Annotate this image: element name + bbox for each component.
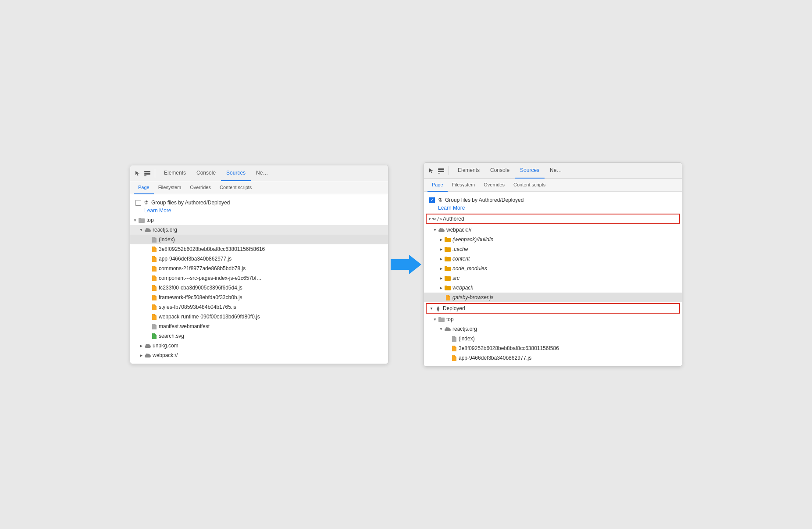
svg-rect-6 [438, 173, 440, 174]
deployed-section-header[interactable]: ▼ ⧫ Deployed [426, 303, 680, 314]
right-subtab-filesystem[interactable]: Filesystem [448, 179, 480, 192]
tree-label-manifest: manifest.webmanifest [159, 323, 210, 329]
right-panel-content: ⚗ Group files by Authored/Deployed Learn… [424, 192, 682, 366]
deployed-label: Deployed [443, 305, 465, 311]
tree-item-file-7[interactable]: styles-fb708593b484b04b1765.js [130, 302, 388, 312]
tree-item-unpkg[interactable]: unpkg.com [130, 341, 388, 350]
tree-item-index[interactable]: (index) [130, 235, 388, 244]
right-tab-more[interactable]: Ne… [545, 163, 567, 179]
subtab-filesystem[interactable]: Filesystem [154, 181, 186, 194]
arrow-src [438, 275, 444, 281]
blue-arrow [391, 255, 421, 274]
right-group-files-label: Group files by Authored/Deployed [445, 197, 524, 203]
tree-item-file-8[interactable]: webpack-runtime-090f00ed13bd69fd80f0.js [130, 312, 388, 322]
file-green-icon-svg [150, 332, 157, 340]
arrow-deployed: ▼ [428, 307, 434, 311]
right-tree-reactjs[interactable]: reactjs.org [424, 324, 682, 334]
tree-item-svg[interactable]: search.svg [130, 331, 388, 341]
cloud-icon-webpack-left [144, 352, 151, 359]
right-tab-sources[interactable]: Sources [515, 163, 545, 179]
svg-rect-1 [144, 173, 150, 175]
tree-item-file-2[interactable]: app-9466def3ba340b862977.js [130, 254, 388, 264]
right-tab-elements[interactable]: Elements [452, 163, 485, 179]
tree-label-index: (index) [159, 236, 175, 243]
tab-sources[interactable]: Sources [221, 165, 251, 181]
group-files-checkbox[interactable] [135, 200, 141, 206]
arrow-top [132, 217, 138, 223]
tree-item-buildin[interactable]: (webpack)/buildin [424, 235, 682, 244]
subtab-page[interactable]: Page [134, 181, 154, 194]
right-subtab-page[interactable]: Page [427, 179, 448, 192]
tree-item-content[interactable]: content [424, 254, 682, 264]
subtab-content-scripts[interactable]: Content scripts [215, 181, 256, 194]
tree-item-file-1[interactable]: 3e8f09252b6028beb8baf8cc63801156f58616 [130, 244, 388, 254]
tree-label-svg: search.svg [159, 333, 184, 339]
right-tree-top[interactable]: top [424, 315, 682, 324]
right-tree-index[interactable]: (index) [424, 334, 682, 343]
tree-item-top[interactable]: top [130, 215, 388, 225]
tree-item-cache[interactable]: .cache [424, 244, 682, 254]
cursor-icon[interactable] [134, 169, 142, 177]
right-devtools-panel: Elements Console Sources Ne… Page Filesy… [424, 162, 682, 367]
tree-item-file-3[interactable]: commons-21f8977ade868b5bdb78.js [130, 264, 388, 273]
tree-item-gatsby[interactable]: gatsby-browser.js [424, 293, 682, 302]
tree-label-file-2: app-9466def3ba340b862977.js [159, 256, 231, 262]
left-devtools-panel: Elements Console Sources Ne… Page Filesy… [130, 165, 388, 364]
toolbar-separator [155, 169, 155, 178]
layers-icon[interactable] [143, 169, 151, 177]
right-tree-file-2[interactable]: app-9466def3ba340b862977.js [424, 353, 682, 363]
tree-item-src[interactable]: src [424, 273, 682, 283]
tree-item-reactjs[interactable]: reactjs.org [130, 225, 388, 235]
right-layers-icon[interactable] [437, 167, 445, 175]
right-tree-file-1[interactable]: 3e8f09252b6028beb8baf8cc63801156f586 [424, 343, 682, 353]
arrow-unpkg [138, 343, 144, 349]
right-group-files-row: ⚗ Group files by Authored/Deployed [424, 195, 682, 205]
tree-item-file-4[interactable]: component---src-pages-index-js-e1c657bf… [130, 273, 388, 283]
arrow-webpack-left [138, 352, 144, 358]
svg-rect-2 [144, 175, 146, 176]
tree-item-file-6[interactable]: framework-ff9c508ebfda0f33cb0b.js [130, 293, 388, 302]
folder-orange-icon-content [444, 255, 451, 262]
funnel-icon: ⚗ [144, 200, 149, 206]
tree-label-unpkg: unpkg.com [153, 343, 178, 349]
folder-orange-icon-node-modules [444, 265, 451, 272]
tree-item-manifest[interactable]: manifest.webmanifest [130, 322, 388, 331]
tab-more[interactable]: Ne… [251, 165, 273, 181]
right-tree-webpack[interactable]: webpack:// [424, 225, 682, 235]
right-learn-more-link[interactable]: Learn More [433, 205, 682, 213]
file-yellow-icon-5 [150, 284, 157, 291]
arrow-cache [438, 246, 444, 252]
right-group-files-checkbox[interactable] [429, 197, 435, 203]
cloud-icon-webpack-right [438, 226, 445, 233]
tree-item-file-5[interactable]: fc233f00-cba3d9005c3896f6d5d4.js [130, 283, 388, 293]
tree-item-webpack-folder[interactable]: webpack [424, 283, 682, 293]
learn-more-link[interactable]: Learn More [139, 207, 388, 215]
tab-console[interactable]: Console [191, 165, 221, 181]
tree-label-top-right: top [446, 316, 454, 322]
file-yellow-icon-8 [150, 313, 157, 320]
subtab-overrides[interactable]: Overrides [185, 181, 215, 194]
code-icon-authored: </> [434, 215, 442, 222]
tree-label-right-reactjs: reactjs.org [452, 326, 477, 332]
authored-section-header[interactable]: ▼ </> Authored [426, 214, 680, 224]
arrow-container [388, 255, 424, 274]
right-tab-console[interactable]: Console [485, 163, 515, 179]
tree-label-file-8: webpack-runtime-090f00ed13bd69fd80f0.js [159, 314, 260, 320]
right-cursor-icon[interactable] [427, 167, 435, 175]
arrow-node-modules [438, 265, 444, 272]
tree-item-node-modules[interactable]: node_modules [424, 264, 682, 273]
right-subtab-content-scripts[interactable]: Content scripts [509, 179, 550, 192]
tab-elements[interactable]: Elements [159, 165, 191, 181]
folder-gray-icon [138, 217, 145, 224]
file-yellow-icon-4 [150, 275, 157, 282]
tree-label-right-index: (index) [459, 336, 475, 342]
arrow-buildin [438, 236, 444, 243]
arrow-webpack-folder [438, 285, 444, 291]
tree-item-webpack-left[interactable]: webpack:// [130, 350, 388, 360]
right-sub-tabs: Page Filesystem Overrides Content script… [424, 179, 682, 192]
tree-label-content: content [452, 256, 470, 262]
screenshot-container: Elements Console Sources Ne… Page Filesy… [112, 145, 700, 384]
file-gray-icon-right-index [450, 335, 457, 342]
left-toolbar: Elements Console Sources Ne… [130, 165, 388, 181]
right-subtab-overrides[interactable]: Overrides [479, 179, 509, 192]
